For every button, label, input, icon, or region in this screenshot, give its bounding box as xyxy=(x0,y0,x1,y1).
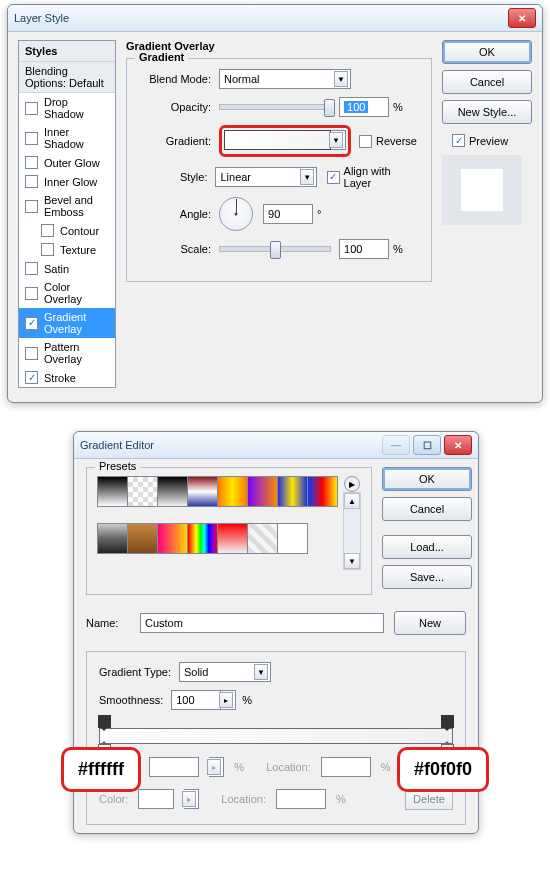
styles-header[interactable]: Styles xyxy=(19,41,115,62)
checkbox[interactable] xyxy=(25,347,38,360)
blend-mode-select[interactable]: Normal ▼ xyxy=(219,69,351,89)
scale-value[interactable]: 100 xyxy=(339,239,389,259)
smoothness-input[interactable]: 100 xyxy=(171,690,221,710)
smoothness-label: Smoothness: xyxy=(99,694,163,706)
group-legend: Gradient xyxy=(135,51,188,63)
opacity-slider[interactable] xyxy=(219,104,331,110)
checkbox[interactable] xyxy=(41,224,54,237)
preset-swatch[interactable] xyxy=(187,523,218,554)
stop-opacity-input xyxy=(149,757,199,777)
name-label: Name: xyxy=(86,617,130,629)
presets-menu-icon[interactable]: ▶ xyxy=(344,476,360,492)
style-item-outer-glow[interactable]: Outer Glow xyxy=(19,153,115,172)
checkbox[interactable] xyxy=(25,102,38,115)
chevron-down-icon: ▼ xyxy=(329,132,343,148)
gradient-type-select[interactable]: Solid▼ xyxy=(179,662,271,682)
checkbox[interactable] xyxy=(25,175,38,188)
style-item-bevel-and-emboss[interactable]: Bevel and Emboss xyxy=(19,191,115,221)
preset-swatch[interactable] xyxy=(97,523,128,554)
window-title: Gradient Editor xyxy=(80,439,379,451)
style-item-color-overlay[interactable]: Color Overlay xyxy=(19,278,115,308)
style-item-pattern-overlay[interactable]: Pattern Overlay xyxy=(19,338,115,368)
blending-options-row[interactable]: Blending Options: Default xyxy=(19,62,115,93)
smoothness-stepper[interactable]: ▸ xyxy=(221,690,236,710)
preset-swatch[interactable] xyxy=(277,476,308,507)
preset-swatch[interactable] xyxy=(217,523,248,554)
angle-value[interactable]: 90 xyxy=(263,204,313,224)
gradient-swatch[interactable] xyxy=(224,130,331,150)
checkbox[interactable] xyxy=(25,287,38,300)
checkbox[interactable] xyxy=(25,200,38,213)
preset-swatch[interactable] xyxy=(247,476,278,507)
annotation-left: #ffffff xyxy=(61,747,141,792)
chevron-right-icon: ▸ xyxy=(219,692,233,708)
gradient-picker-arrow[interactable]: ▼ xyxy=(331,130,346,150)
dialog-buttons: OK Cancel New Style... ✓Preview xyxy=(442,40,532,388)
ok-button[interactable]: OK xyxy=(382,467,472,491)
load-button[interactable]: Load... xyxy=(382,535,472,559)
checkbox[interactable]: ✓ xyxy=(25,317,38,330)
close-button[interactable]: ✕ xyxy=(444,435,472,455)
scroll-up-icon[interactable]: ▲ xyxy=(344,493,360,509)
opacity-stop-right[interactable] xyxy=(441,715,454,728)
preset-swatch[interactable] xyxy=(157,523,188,554)
preset-swatch[interactable] xyxy=(127,523,158,554)
style-item-stroke[interactable]: ✓Stroke xyxy=(19,368,115,387)
angle-knob[interactable] xyxy=(219,197,253,231)
new-style-button[interactable]: New Style... xyxy=(442,100,532,124)
reverse-checkbox[interactable]: Reverse xyxy=(359,135,417,148)
style-item-texture[interactable]: Texture xyxy=(19,240,115,259)
checkbox[interactable] xyxy=(25,262,38,275)
scale-label: Scale: xyxy=(141,243,211,255)
style-item-satin[interactable]: Satin xyxy=(19,259,115,278)
highlight-annotation: ▼ xyxy=(219,125,351,157)
scroll-down-icon[interactable]: ▼ xyxy=(344,553,360,569)
preset-swatch[interactable] xyxy=(217,476,248,507)
gradient-group: Gradient Blend Mode: Normal ▼ Opacity: 1… xyxy=(126,58,432,282)
scale-slider[interactable] xyxy=(219,246,331,252)
chevron-down-icon: ▼ xyxy=(300,169,314,185)
checkbox[interactable] xyxy=(25,156,38,169)
preset-swatch[interactable] xyxy=(307,476,338,507)
opacity-label: Opacity: xyxy=(141,101,211,113)
style-item-drop-shadow[interactable]: Drop Shadow xyxy=(19,93,115,123)
checkbox[interactable]: ✓ xyxy=(25,371,38,384)
save-button[interactable]: Save... xyxy=(382,565,472,589)
gradient-label: Gradient: xyxy=(141,135,211,147)
stop-color-swatch xyxy=(138,789,174,809)
new-button[interactable]: New xyxy=(394,611,466,635)
preset-swatch[interactable] xyxy=(157,476,188,507)
cancel-button[interactable]: Cancel xyxy=(442,70,532,94)
titlebar[interactable]: Gradient Editor — ☐ ✕ xyxy=(74,432,478,459)
ok-button[interactable]: OK xyxy=(442,40,532,64)
style-select[interactable]: Linear ▼ xyxy=(215,167,317,187)
titlebar[interactable]: Layer Style ✕ xyxy=(8,5,542,32)
effect-panel: Gradient Overlay Gradient Blend Mode: No… xyxy=(126,40,432,388)
preview-swatch xyxy=(442,155,522,225)
style-item-gradient-overlay[interactable]: ✓Gradient Overlay xyxy=(19,308,115,338)
name-input[interactable]: Custom xyxy=(140,613,384,633)
maximize-button[interactable]: ☐ xyxy=(413,435,441,455)
scrollbar[interactable]: ▲ ▼ xyxy=(343,492,361,570)
style-item-inner-shadow[interactable]: Inner Shadow xyxy=(19,123,115,153)
align-with-layer-checkbox[interactable]: ✓Align with Layer xyxy=(327,165,417,189)
preset-swatch[interactable] xyxy=(277,523,308,554)
gradient-bar[interactable] xyxy=(99,728,453,744)
checkbox[interactable] xyxy=(25,132,38,145)
preset-swatch[interactable] xyxy=(97,476,128,507)
style-label: Style: xyxy=(141,171,207,183)
preset-swatch[interactable] xyxy=(247,523,278,554)
stop-location-input xyxy=(321,757,371,777)
checkbox[interactable] xyxy=(41,243,54,256)
close-button[interactable]: ✕ xyxy=(508,8,536,28)
preview-checkbox[interactable]: ✓Preview xyxy=(452,134,508,147)
preset-swatch[interactable] xyxy=(127,476,158,507)
blend-mode-label: Blend Mode: xyxy=(141,73,211,85)
preset-grid xyxy=(97,476,337,570)
preset-swatch[interactable] xyxy=(187,476,218,507)
style-item-contour[interactable]: Contour xyxy=(19,221,115,240)
style-item-inner-glow[interactable]: Inner Glow xyxy=(19,172,115,191)
opacity-value[interactable]: 100 xyxy=(339,97,389,117)
opacity-stop-left[interactable] xyxy=(98,715,111,728)
cancel-button[interactable]: Cancel xyxy=(382,497,472,521)
